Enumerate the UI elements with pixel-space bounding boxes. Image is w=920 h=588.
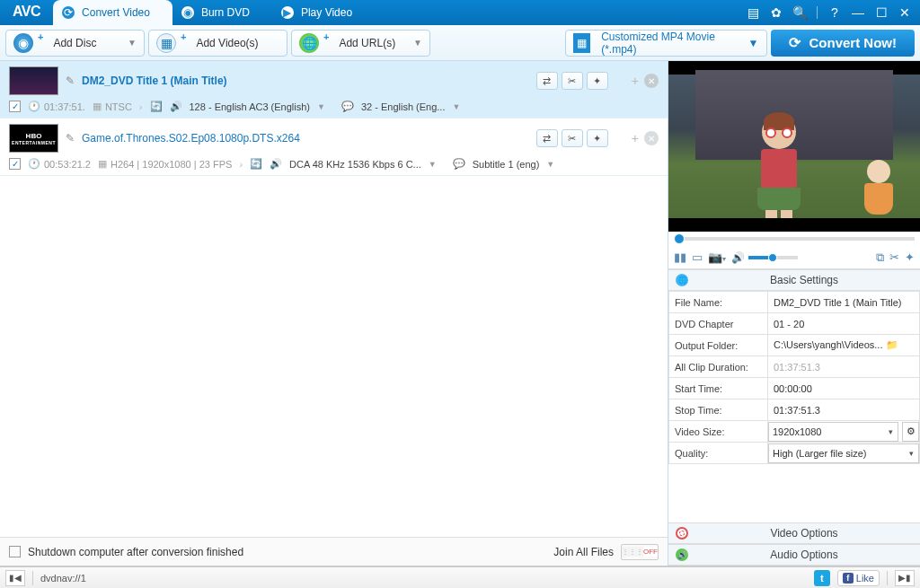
file-item[interactable]: ✎ DM2_DVD Title 1 (Main Title) ⇄ ✂ ✦ + ✕…: [0, 61, 668, 118]
shutdown-checkbox[interactable]: [9, 546, 21, 557]
app-logo: AVC: [0, 0, 53, 25]
checkbox[interactable]: ✓: [9, 101, 21, 112]
gear-icon[interactable]: ⚙: [902, 422, 919, 442]
trim-icon[interactable]: ✂: [889, 250, 899, 264]
cut-icon[interactable]: ✂: [562, 72, 583, 90]
setting-value[interactable]: DM2_DVD Title 1 (Main Title): [768, 292, 920, 313]
checkbox[interactable]: ✓: [9, 158, 21, 170]
search-icon[interactable]: 🔍: [793, 6, 806, 19]
setting-row-dvd-chapter: DVD Chapter01 - 20: [669, 313, 920, 335]
audio-track[interactable]: 128 - English AC3 (English): [190, 101, 311, 112]
swap-icon[interactable]: ⇄: [536, 72, 558, 90]
video-options-header[interactable]: Video Options: [668, 522, 920, 544]
caret-down-icon: ▾: [909, 449, 914, 458]
toolbar: ◉+ Add Disc ▼ ▦+ Add Video(s) 🌐+ Add URL…: [0, 25, 920, 61]
remove-icon[interactable]: ✕: [644, 74, 659, 88]
settings-table: File Name:DM2_DVD Title 1 (Main Title) D…: [668, 291, 920, 464]
video-icon: ▦: [156, 33, 176, 53]
setting-value[interactable]: 01:37:51.3: [768, 399, 920, 421]
next-button[interactable]: ▶▮: [895, 570, 915, 586]
prev-button[interactable]: ▮◀: [5, 570, 25, 586]
audio-options-header[interactable]: 🔊 Audio Options: [668, 544, 920, 566]
film-icon: ▦: [93, 101, 102, 112]
convert-now-button[interactable]: ⟳ Convert Now!: [771, 30, 916, 57]
setting-value: 01:37:51.3: [768, 356, 920, 378]
subtitle-track[interactable]: 32 - English (Eng...: [361, 101, 446, 112]
speaker-icon: 🔊: [270, 158, 282, 170]
button-label: Add URL(s): [339, 37, 395, 49]
remove-icon[interactable]: ✕: [644, 131, 659, 145]
output-profile-button[interactable]: ▦ Customized MP4 Movie (*.mp4) ▼: [565, 30, 767, 57]
popout-icon[interactable]: ⧉: [876, 250, 884, 265]
status-path: dvdnav://1: [40, 573, 86, 584]
add-disc-button[interactable]: ◉+ Add Disc ▼: [5, 30, 145, 57]
tab-convert-video[interactable]: ⟳ Convert Video: [53, 0, 172, 25]
subtitle-icon: 💬: [341, 101, 354, 112]
caret-down-icon[interactable]: ▼: [317, 102, 325, 111]
caret-down-icon: ▼: [413, 38, 422, 48]
setting-row-clip-duration: All Clip Duration:01:37:51.3: [669, 356, 920, 378]
audio-track-icon: 🔄: [150, 101, 163, 112]
setting-value[interactable]: C:\Users\yangh\Videos... 📁: [768, 335, 920, 356]
edit-icon[interactable]: ✎: [66, 132, 75, 145]
stop-icon[interactable]: ▭: [692, 250, 703, 264]
close-icon[interactable]: ✕: [898, 6, 911, 19]
setting-value[interactable]: 00:00:00: [768, 378, 920, 399]
add-icon[interactable]: +: [632, 74, 639, 88]
setting-row-output-folder: Output Folder:C:\Users\yangh\Videos... 📁: [669, 335, 920, 356]
snapshot-icon[interactable]: 📷▾: [708, 250, 726, 264]
preview-image: [668, 61, 920, 232]
globe-icon: 🌐: [676, 274, 688, 286]
maximize-icon[interactable]: ☐: [875, 6, 888, 19]
subtitle-track[interactable]: Subtitle 1 (eng): [473, 159, 540, 170]
join-toggle[interactable]: ⋮⋮⋮ OFF: [621, 544, 659, 560]
minimize-icon[interactable]: —: [852, 6, 864, 19]
effects-icon[interactable]: ✦: [587, 129, 608, 147]
duration-meta: 🕐01:37:51.: [28, 101, 85, 112]
play-pause-icon[interactable]: ▮▮: [674, 250, 686, 264]
add-icon[interactable]: +: [632, 131, 639, 145]
video-size-select[interactable]: 1920x1080▾: [768, 422, 898, 442]
left-pane: ✎ DM2_DVD Title 1 (Main Title) ⇄ ✂ ✦ + ✕…: [0, 61, 668, 566]
refresh-icon: ⟳: [789, 34, 801, 51]
audio-track[interactable]: DCA 48 KHz 1536 Kbps 6 C...: [289, 159, 421, 170]
codec-meta: ▦H264 | 1920x1080 | 23 FPS: [98, 158, 232, 170]
player-controls: ▮▮ ▭ 📷▾ 🔊 ⧉ ✂ ✦: [668, 246, 920, 269]
file-item[interactable]: HBOENTERTAINMENT ✎ Game.of.Thrones.S02.E…: [0, 118, 668, 176]
volume-icon: 🔊: [731, 251, 745, 264]
add-videos-button[interactable]: ▦+ Add Video(s): [148, 30, 288, 57]
wand-icon[interactable]: ✦: [905, 250, 915, 264]
tab-burn-dvd[interactable]: ◉ Burn DVD: [172, 0, 272, 25]
quality-select[interactable]: High (Larger file size)▾: [768, 443, 919, 463]
basic-settings-header[interactable]: 🌐 Basic Settings: [668, 269, 920, 291]
swap-icon[interactable]: ⇄: [536, 129, 558, 147]
add-urls-button[interactable]: 🌐+ Add URL(s) ▼: [291, 30, 430, 57]
twitter-icon[interactable]: t: [814, 570, 830, 586]
file-title: DM2_DVD Title 1 (Main Title): [82, 75, 529, 87]
setting-value[interactable]: 01 - 20: [768, 313, 920, 335]
caret-down-icon[interactable]: ▼: [546, 160, 554, 169]
settings-icon[interactable]: ✿: [770, 6, 783, 19]
tasks-icon[interactable]: ▤: [747, 6, 759, 19]
facebook-like-button[interactable]: fLike: [837, 570, 880, 586]
volume-control[interactable]: 🔊: [731, 251, 798, 264]
tab-label: Convert Video: [82, 6, 150, 19]
caret-down-icon[interactable]: ▼: [429, 160, 437, 169]
seek-bar[interactable]: [668, 232, 920, 246]
folder-icon[interactable]: 📁: [886, 339, 898, 350]
play-icon: ▶: [281, 6, 294, 19]
section-label: Basic Settings: [695, 274, 913, 286]
setting-row-filename: File Name:DM2_DVD Title 1 (Main Title): [669, 292, 920, 313]
shutdown-label: Shutdown computer after conversion finis…: [28, 546, 243, 558]
effects-icon[interactable]: ✦: [587, 72, 608, 90]
edit-icon[interactable]: ✎: [66, 75, 75, 87]
profile-label: Customized MP4 Movie (*.mp4): [601, 31, 737, 56]
cut-icon[interactable]: ✂: [562, 129, 583, 147]
button-label: Add Video(s): [196, 37, 258, 49]
status-bar: ▮◀ dvdnav://1 t fLike ▶▮: [0, 566, 920, 588]
caret-down-icon[interactable]: ▼: [453, 102, 461, 111]
tab-play-video[interactable]: ▶ Play Video: [272, 0, 375, 25]
separator: [817, 6, 818, 19]
speaker-icon: 🔊: [170, 101, 182, 112]
help-icon[interactable]: ?: [828, 6, 841, 19]
